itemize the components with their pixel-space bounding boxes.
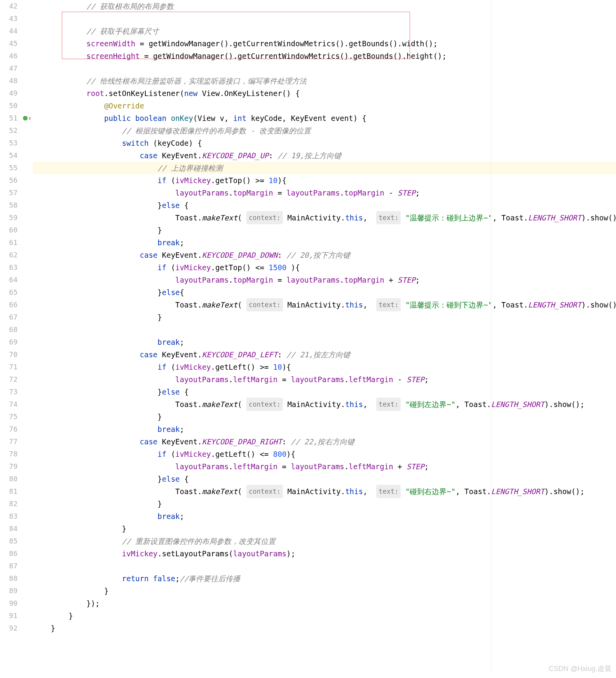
line-number: 79 [0,460,33,473]
code-line[interactable]: Toast.makeText( context: MainActivity.th… [33,485,616,498]
code-token: , Toast. [492,211,528,224]
code-token: : [269,149,277,162]
code-line[interactable]: case KeyEvent.KEYCODE_DPAD_LEFT: // 21,按… [33,348,616,361]
code-token: makeText [202,211,238,224]
code-line[interactable]: if (ivMickey.getLeft() >= 10){ [33,361,616,373]
override-marker-icon[interactable]: ↑ [23,112,31,124]
code-token: { [180,473,189,485]
code-line[interactable]: }else { [33,386,616,398]
code-line[interactable]: if (ivMickey.getTop() >= 10){ [33,174,616,187]
code-token: KeyEvent. [157,149,202,162]
code-token: - [384,187,398,199]
code-token: + [384,274,398,286]
code-token: layoutParams [175,460,229,473]
code-line[interactable]: root.setOnKeyListener(new View.OnKeyList… [33,87,616,100]
code-line[interactable]: }else { [33,199,616,211]
code-line[interactable]: @Override [33,100,616,112]
code-line[interactable]: case KeyEvent.KEYCODE_DPAD_UP: // 19,按上方… [33,149,616,162]
line-number: 69 [0,336,33,348]
code-line[interactable]: break; [33,423,616,435]
code-line[interactable]: ivMickey.setLayoutParams(layoutParams); [33,547,616,560]
code-token: makeText [202,398,238,411]
code-line[interactable]: } [33,522,616,535]
code-token: context: [246,485,283,498]
code-editor[interactable]: 42434445464748495051↑5253545556575859606… [0,0,616,672]
code-line[interactable]: } [33,311,616,323]
code-token: ivMickey [175,261,211,274]
code-line[interactable]: screenWidth = getWindowManager().getCurr… [33,37,616,50]
code-line[interactable]: if (ivMickey.getLeft() <= 800){ [33,448,616,460]
code-token: .getLeft() <= [211,448,273,460]
code-line[interactable] [33,12,616,25]
code-line[interactable]: layoutParams.topMargin = layoutParams.to… [33,187,616,199]
code-line[interactable]: case KeyEvent.KEYCODE_DPAD_DOWN: // 20,按… [33,249,616,261]
code-line[interactable]: layoutParams.topMargin = layoutParams.to… [33,274,616,286]
code-token: new [184,87,197,100]
code-line[interactable] [33,323,616,336]
code-token: topMargin [233,274,273,286]
line-number: 57 [0,187,33,199]
code-line[interactable] [33,62,616,75]
code-token: . [229,187,233,199]
code-token: LENGTH_SHORT [491,398,544,411]
code-line[interactable]: break; [33,510,616,522]
code-line[interactable]: }); [33,597,616,610]
line-number: 46 [0,50,33,62]
code-line[interactable]: layoutParams.leftMargin = layoutParams.l… [33,373,616,386]
code-token: , [363,485,376,498]
code-line[interactable]: } [33,411,616,423]
code-line[interactable]: public boolean onKey(View v, int keyCode… [33,112,616,124]
code-token: } [51,622,55,634]
code-token: if [157,361,166,373]
code-token: context: [246,211,283,224]
code-token: "碰到右边界~" [405,485,455,498]
code-line[interactable]: Toast.makeText( context: MainActivity.th… [33,398,616,411]
line-number: 81 [0,485,33,498]
code-line[interactable]: } [33,610,616,622]
code-line[interactable]: if (ivMickey.getTop() <= 1500 ){ [33,261,616,274]
code-line[interactable]: } [33,622,616,634]
code-line[interactable]: } [33,498,616,510]
line-number: 89 [0,585,33,597]
code-line[interactable]: layoutParams.leftMargin = layoutParams.l… [33,460,616,473]
code-token: this [345,211,363,224]
code-area[interactable]: // 获取根布局的布局参数 // 获取手机屏幕尺寸 screenWidth = … [33,0,616,672]
code-line[interactable]: // 获取根布局的布局参数 [33,0,616,12]
line-number: 85 [0,535,33,547]
code-token: keyCode, KeyEvent event) { [246,112,366,124]
code-line[interactable]: // 重新设置图像控件的布局参数，改变其位置 [33,535,616,547]
code-token: break [157,423,180,435]
code-line[interactable]: return false;//事件要往后传播 [33,572,616,585]
code-line[interactable]: } [33,585,616,597]
code-line[interactable]: break; [33,336,616,348]
code-line[interactable]: // 获取手机屏幕尺寸 [33,25,616,37]
code-token: 800 [273,448,286,460]
code-line[interactable]: case KeyEvent.KEYCODE_DPAD_RIGHT: // 22,… [33,435,616,448]
code-line[interactable]: } [33,224,616,236]
code-line[interactable]: switch (keyCode) { [33,137,616,149]
code-token: ivMickey [175,361,211,373]
code-line[interactable]: break; [33,236,616,249]
code-line[interactable]: Toast.makeText( context: MainActivity.th… [33,299,616,311]
code-token: layoutParams [291,373,344,386]
line-gutter: 42434445464748495051↑5253545556575859606… [0,0,33,672]
line-number: 72 [0,373,33,386]
code-line[interactable]: Toast.makeText( context: MainActivity.th… [33,211,616,224]
code-line[interactable]: // 给线性根布局注册监听器，实现监听器接口，编写事件处理方法 [33,75,616,87]
code-token: ; [175,572,180,585]
code-token: .getTop() <= [211,261,269,274]
right-margin-line [491,0,491,672]
code-line[interactable]: // 根据按键修改图像控件的布局参数 - 改变图像的位置 [33,124,616,137]
code-token: } [104,585,108,597]
code-line[interactable]: // 上边界碰撞检测 [33,162,616,174]
code-token: case [140,149,158,162]
code-line[interactable]: screenHeight = getWindowManager().getCur… [33,50,616,62]
line-number: 71 [0,361,33,373]
code-line[interactable]: }else { [33,473,616,485]
line-number: 43 [0,12,33,25]
code-token: case [140,348,158,361]
code-line[interactable]: }else{ [33,286,616,299]
code-token: ; [180,236,184,249]
code-line[interactable] [33,560,616,572]
watermark: CSDN @Hxiug.虚晨 [549,662,611,672]
